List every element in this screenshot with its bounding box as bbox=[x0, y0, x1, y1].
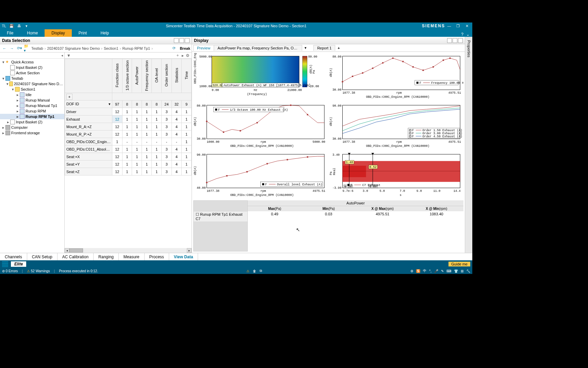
trash-icon[interactable]: 🗑 bbox=[253, 269, 256, 273]
scroll-left-icon[interactable]: ◂ bbox=[65, 248, 69, 253]
panel-layout-icon[interactable] bbox=[179, 38, 184, 43]
shirt-icon[interactable]: 👕 bbox=[454, 269, 458, 273]
tab-preview[interactable]: Preview bbox=[193, 45, 214, 51]
tab-print[interactable]: Print bbox=[72, 29, 94, 37]
tab-home[interactable]: Home bbox=[20, 29, 45, 37]
panel-layout-icon[interactable] bbox=[447, 38, 452, 43]
scroll-thumb[interactable] bbox=[69, 248, 83, 252]
panel-layout-icon[interactable] bbox=[174, 38, 179, 43]
tree-item[interactable]: ▸Runup Manual Tp1 bbox=[0, 103, 64, 108]
grid-icon[interactable]: ⊞ bbox=[461, 269, 463, 273]
tree-item[interactable]: Input Basket (2) bbox=[0, 65, 64, 70]
tab-help[interactable]: Help bbox=[94, 29, 116, 37]
tree-item[interactable]: ▸Input Basket (2) bbox=[0, 119, 64, 125]
col-header[interactable]: OA-level bbox=[154, 68, 159, 82]
panel-layout-icon[interactable] bbox=[458, 38, 463, 43]
edit-icon[interactable]: ✎ bbox=[441, 269, 444, 273]
ime-badge[interactable]: S bbox=[416, 269, 421, 273]
tab-dropdown-icon[interactable]: ▾ bbox=[302, 46, 309, 50]
col-header[interactable]: AutoPower bbox=[135, 66, 139, 85]
scroll-right-icon[interactable]: ▸ bbox=[187, 248, 192, 253]
forward-icon[interactable]: → bbox=[9, 45, 15, 51]
warning-icon[interactable]: ⚠ bbox=[27, 269, 30, 273]
col-header[interactable]: Order section bbox=[164, 64, 168, 87]
elite-badge[interactable]: Elite bbox=[11, 261, 26, 267]
back-icon[interactable]: ← bbox=[1, 45, 7, 51]
tree-item[interactable]: ▸Runup RPM Tp1 bbox=[0, 114, 64, 119]
plot-octave[interactable]: 80.0030.00 dB(A) F 1/3 Octave 100.00 Hz … bbox=[193, 102, 328, 150]
workflow-tab[interactable]: Measure bbox=[119, 253, 145, 260]
col-header[interactable]: Frequency section bbox=[145, 60, 149, 91]
add-row-icon[interactable]: + bbox=[66, 94, 72, 100]
tree-item[interactable]: ▸Frontend storage bbox=[0, 130, 64, 136]
panel-layout-icon[interactable] bbox=[185, 38, 190, 43]
minimize-icon[interactable]: — bbox=[446, 23, 452, 29]
tree-item[interactable]: ▸Computer bbox=[0, 125, 64, 130]
col-header[interactable]: Time bbox=[184, 71, 189, 79]
table-row[interactable]: OBD_PIDs:C011_Absol…121111341 bbox=[65, 145, 192, 153]
table-row[interactable]: Exhaust121111341 bbox=[65, 116, 192, 123]
h-scrollbar[interactable]: ◂ ▸ bbox=[65, 248, 192, 253]
workflow-tab[interactable]: Process bbox=[145, 253, 169, 260]
expand-icon[interactable]: ▸ bbox=[182, 53, 184, 58]
table-row[interactable]: OBD_PIDs:C00C_Engin…1------1 bbox=[65, 138, 192, 145]
table-row[interactable]: Seat:+Y121111341 bbox=[65, 160, 192, 168]
tree-item[interactable]: ▾Testlab bbox=[0, 76, 64, 81]
tab-display[interactable]: Display bbox=[45, 29, 71, 37]
apps-grid-icon[interactable] bbox=[2, 261, 8, 267]
col-header[interactable]: Function class bbox=[115, 63, 119, 87]
error-icon[interactable]: ⊘ bbox=[2, 269, 5, 273]
table-row[interactable]: Seat:+X121111341 bbox=[65, 153, 192, 160]
tree-item[interactable]: ▾20240107 Signature Neo D… bbox=[0, 81, 64, 87]
table-row[interactable]: Mount_R_P:+Z121111341 bbox=[65, 131, 192, 138]
col-header[interactable]: 1/3 octave section bbox=[125, 60, 129, 91]
plot-colormap[interactable]: OBD_PIDs:C00C_Engine_RPM 5000.00 1000.00 bbox=[193, 53, 328, 101]
add-column-icon[interactable]: ＋ bbox=[176, 52, 180, 58]
folder-icon[interactable]: 📁▾ bbox=[24, 45, 30, 51]
crumb[interactable]: Section1 bbox=[104, 46, 118, 50]
close-icon[interactable]: ✕ bbox=[464, 23, 470, 29]
print-icon[interactable]: 🖶 bbox=[16, 23, 22, 29]
crumb[interactable]: 20240107 Signature Neo Demo bbox=[47, 46, 100, 50]
break-button[interactable]: Break bbox=[180, 46, 190, 50]
tab-file[interactable]: File bbox=[0, 29, 20, 37]
plot-orders[interactable]: 90.0030.00 dB(A) FOrder 1.50 Exhaust (A)… bbox=[329, 102, 463, 150]
add-tab-icon[interactable]: + bbox=[335, 46, 342, 50]
tree-item[interactable]: Active Section bbox=[0, 70, 64, 76]
plot-time[interactable]: 3.40-3.90 Pa Real 1.48 0.52 0.26 bbox=[329, 151, 463, 199]
plot-overall[interactable]: 90.0040.00 dB(A) F Overall level Exhaust… bbox=[193, 151, 328, 199]
wrench-icon[interactable]: 🔧 bbox=[466, 269, 470, 273]
warning-icon[interactable]: ⚠ bbox=[246, 269, 249, 273]
panel-layout-icon[interactable] bbox=[453, 38, 457, 43]
tree-collapse-icon[interactable]: ◂ bbox=[61, 53, 63, 57]
collapse-ribbon-icon[interactable]: ⌄ bbox=[466, 32, 470, 37]
guide-button[interactable]: Guide me bbox=[448, 262, 470, 266]
data-grid[interactable]: Function class 1/3 octave section AutoPo… bbox=[65, 59, 192, 248]
mic-icon[interactable]: 🎤 bbox=[434, 269, 438, 273]
maximize-icon[interactable]: ❐ bbox=[455, 23, 461, 29]
tree-item[interactable]: ▾Section1 bbox=[0, 87, 64, 92]
tree-item[interactable]: ▸Idle bbox=[0, 92, 64, 97]
crumb[interactable]: Testlab bbox=[31, 46, 43, 50]
col-header[interactable]: Statistics bbox=[175, 68, 179, 83]
save-icon[interactable]: 💾 bbox=[9, 23, 14, 29]
properties-tab[interactable]: Properties bbox=[465, 37, 472, 253]
tab-report[interactable]: Report 1 bbox=[313, 45, 335, 51]
workflow-tab[interactable]: Channels bbox=[0, 253, 27, 260]
tree-item[interactable]: ▸Runup RPM bbox=[0, 108, 64, 114]
table-row[interactable]: Driver121111341 bbox=[65, 108, 192, 116]
project-tree[interactable]: ▾★Quick AccessInput Basket (2)Active Sec… bbox=[0, 59, 64, 253]
settings-icon[interactable]: ⚙ bbox=[410, 269, 413, 273]
refresh-icon[interactable]: ⟳ bbox=[171, 45, 177, 51]
plot-frequency[interactable]: 80.0030.00 dB(A) F Frequency 100.00 Hz bbox=[329, 53, 463, 101]
copy-icon[interactable]: ⧉ bbox=[260, 269, 262, 273]
gear-icon[interactable]: ⚙ bbox=[186, 53, 190, 58]
punct-icon[interactable]: °, bbox=[429, 269, 431, 273]
workflow-tab[interactable]: View Data bbox=[169, 253, 198, 260]
tree-item[interactable]: ▸Runup Manual bbox=[0, 97, 64, 103]
workflow-tab[interactable]: CAN Setup bbox=[27, 253, 58, 260]
help-icon[interactable]: ? bbox=[461, 32, 463, 37]
filter-icon[interactable]: ▼ bbox=[67, 53, 71, 58]
workflow-tab[interactable]: Ranging bbox=[94, 253, 119, 260]
crumb[interactable]: Runup RPM Tp1 bbox=[122, 46, 150, 50]
